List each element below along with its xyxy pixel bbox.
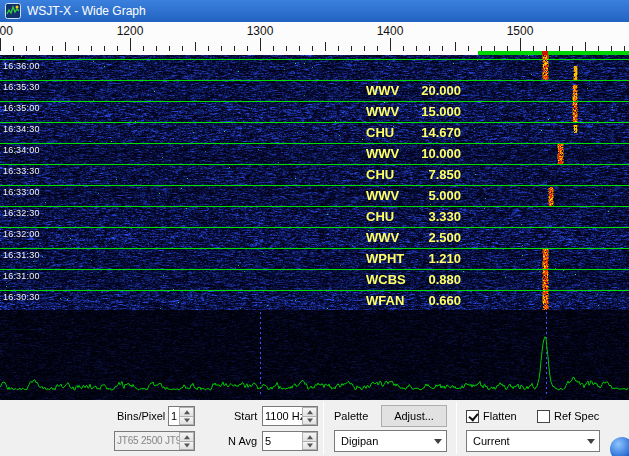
scale-tick [247, 46, 248, 51]
ref-spec-checkbox[interactable]: Ref Spec [537, 406, 599, 426]
spectrum-type-dropdown-value: Current [467, 435, 583, 447]
scale-tick [351, 46, 352, 51]
station-label: WWV5.000 [366, 188, 461, 203]
scale-tick [156, 46, 157, 51]
scale-frequency-label: 1300 [247, 24, 274, 38]
palette-dropdown-value: Digipan [335, 435, 430, 447]
separator [323, 402, 324, 454]
scale-tick [312, 46, 313, 51]
scale-tick [507, 46, 508, 51]
scale-tick [52, 46, 53, 51]
station-label: WCBS0.880 [366, 272, 461, 287]
waterfall-time-label: 16:33:00 [3, 187, 40, 197]
start-frequency-value: 1100 Hz [263, 407, 302, 425]
station-callsign: WWV [366, 230, 399, 245]
station-frequency-mhz: 3.330 [428, 209, 461, 224]
station-frequency-mhz: 14.670 [421, 125, 461, 140]
station-callsign: WWV [366, 104, 399, 119]
scale-tick [117, 46, 118, 51]
flatten-checkbox[interactable]: Flatten [466, 406, 517, 426]
scale-tick [273, 46, 274, 51]
scale-tick [13, 46, 14, 51]
scale-tick [598, 46, 599, 51]
scale-tick [208, 46, 209, 51]
scale-tick [429, 46, 430, 51]
scale-tick [299, 46, 300, 51]
station-callsign: WFAN [366, 293, 404, 308]
station-label: CHU7.850 [366, 167, 461, 182]
scale-tick [26, 46, 27, 51]
checkbox-box[interactable] [537, 410, 550, 423]
spin-up-button[interactable] [179, 407, 194, 417]
ref-spec-checkbox-label: Ref Spec [554, 410, 599, 422]
station-label: WPHT1.210 [366, 251, 461, 266]
chevron-down-icon[interactable] [430, 431, 446, 451]
waterfall-time-label: 16:33:30 [3, 166, 40, 176]
scale-tick [559, 46, 560, 51]
spin-down-button[interactable] [302, 442, 317, 451]
scale-tick [572, 46, 573, 51]
bins-per-pixel-value: 1 [169, 407, 179, 425]
station-frequency-mhz: 7.850 [428, 167, 461, 182]
station-label: WWV2.500 [366, 230, 461, 245]
palette-dropdown[interactable]: Digipan [334, 430, 447, 452]
start-frequency-spinbox[interactable]: 1100 Hz [262, 406, 318, 426]
scale-tick [195, 42, 196, 51]
palette-adjust-button[interactable]: Adjust... [381, 405, 447, 427]
bins-per-pixel-label: Bins/Pixel [117, 406, 165, 426]
scale-tick [221, 46, 222, 51]
scale-tick [416, 46, 417, 51]
waterfall-time-label: 16:34:30 [3, 124, 40, 134]
scale-tick [78, 46, 79, 51]
spectrum-type-dropdown[interactable]: Current [466, 430, 600, 452]
station-frequency-mhz: 0.660 [428, 293, 461, 308]
waterfall-overlay: 16:36:0016:35:30WWV20.00016:35:00WWV15.0… [0, 55, 629, 310]
waterfall-time-label: 16:31:00 [3, 271, 40, 281]
scale-tick [468, 46, 469, 51]
scale-frequency-label: 1400 [377, 24, 404, 38]
checkbox-box[interactable] [466, 410, 479, 423]
scale-tick [494, 46, 495, 51]
spin-up-button[interactable] [302, 407, 317, 417]
corner-app-icon [610, 437, 629, 456]
scale-tick [286, 46, 287, 51]
waterfall-time-label: 16:32:30 [3, 208, 40, 218]
scale-tick [377, 46, 378, 51]
chevron-down-icon[interactable] [583, 431, 599, 451]
scale-tick [390, 38, 391, 51]
station-callsign: WCBS [366, 272, 406, 287]
station-frequency-mhz: 5.000 [428, 188, 461, 203]
waterfall-time-label: 16:36:00 [3, 61, 40, 71]
jt65-jt9-split-value: JT65 2500 JT9 [115, 432, 179, 450]
scale-tick [624, 46, 625, 51]
scale-frequency-label: 1500 [507, 24, 534, 38]
bins-per-pixel-spinbox[interactable]: 1 [168, 406, 195, 426]
spin-down-button[interactable] [302, 417, 317, 426]
station-frequency-mhz: 2.500 [428, 230, 461, 245]
scale-tick [182, 46, 183, 51]
spin-up-button[interactable] [179, 432, 194, 442]
scale-tick [234, 46, 235, 51]
jt65-jt9-split-spinbox[interactable]: JT65 2500 JT9 [114, 431, 195, 451]
waterfall-display[interactable]: 16:36:0016:35:30WWV20.00016:35:00WWV15.0… [0, 55, 629, 310]
station-label: WFAN0.660 [366, 293, 461, 308]
waterfall-time-label: 16:35:00 [3, 103, 40, 113]
n-avg-spinbox[interactable]: 5 [262, 431, 318, 451]
title-bar[interactable]: WSJT-X - Wide Graph [0, 0, 629, 22]
n-avg-value: 5 [263, 432, 302, 450]
station-callsign: CHU [366, 209, 394, 224]
frequency-scale[interactable]: 11001200130014001500 [0, 22, 629, 55]
station-frequency-mhz: 15.000 [421, 104, 461, 119]
scale-tick [520, 38, 521, 51]
spin-up-button[interactable] [302, 432, 317, 442]
spectrum-display[interactable] [0, 310, 629, 400]
scale-tick [585, 42, 586, 51]
spin-down-button[interactable] [179, 417, 194, 426]
waterfall-time-label: 16:34:00 [3, 145, 40, 155]
spin-down-button[interactable] [179, 442, 194, 451]
control-panel: Bins/Pixel 1 Start 1100 Hz Palette Adjus… [0, 400, 629, 456]
station-frequency-mhz: 20.000 [421, 83, 461, 98]
spinner-arrows [302, 432, 317, 450]
spinner-arrows [179, 432, 194, 450]
spectrum-canvas[interactable] [0, 310, 629, 400]
